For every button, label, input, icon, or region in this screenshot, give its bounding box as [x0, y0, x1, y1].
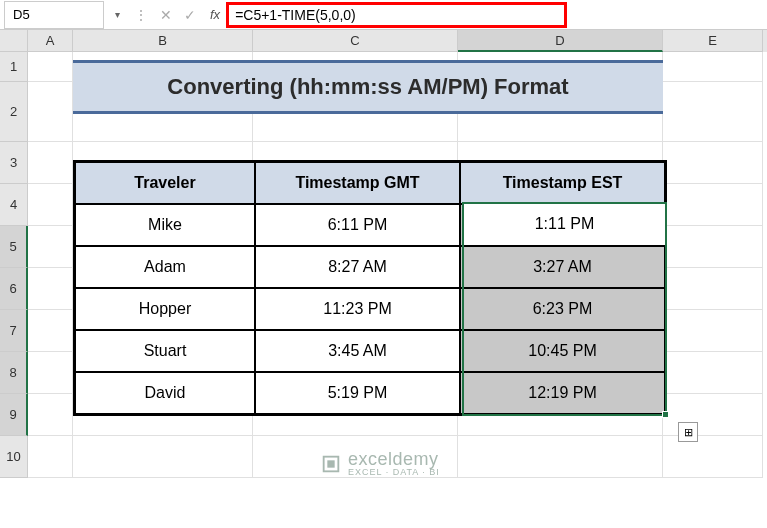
col-header-a[interactable]: A: [28, 30, 73, 52]
cell-est[interactable]: 12:19 PM: [460, 372, 665, 414]
cell-e7[interactable]: [663, 310, 763, 352]
cell-traveler[interactable]: Adam: [75, 246, 255, 288]
fx-icon[interactable]: fx: [204, 7, 226, 22]
row-header-7[interactable]: 7: [0, 310, 28, 352]
formula-bar: D5 ▾ ⋮ ✕ ✓ fx =C5+1-TIME(5,0,0): [0, 0, 767, 30]
cell-traveler[interactable]: Stuart: [75, 330, 255, 372]
cancel-icon[interactable]: ✕: [160, 7, 172, 23]
active-cell-value: 1:11 PM: [535, 215, 595, 233]
svg-rect-1: [327, 460, 334, 467]
ellipsis-icon[interactable]: ⋮: [134, 7, 148, 23]
cell-gmt[interactable]: 5:19 PM: [255, 372, 460, 414]
header-gmt[interactable]: Timestamp GMT: [255, 162, 460, 204]
col-header-d[interactable]: D: [458, 30, 663, 52]
cell-e3[interactable]: [663, 142, 763, 184]
cell-gmt[interactable]: 6:11 PM: [255, 204, 460, 246]
watermark: exceldemy EXCEL · DATA · BI: [320, 450, 440, 477]
cell-a2[interactable]: [28, 82, 73, 142]
name-box-dropdown-icon[interactable]: ▾: [108, 9, 126, 20]
cell-e2[interactable]: [663, 82, 763, 142]
row-header-10[interactable]: 10: [0, 436, 28, 478]
row-header-6[interactable]: 6: [0, 268, 28, 310]
col-header-b[interactable]: B: [73, 30, 253, 52]
cell-e10[interactable]: [663, 436, 763, 478]
cell-a4[interactable]: [28, 184, 73, 226]
select-all-corner[interactable]: [0, 30, 28, 52]
cell-est[interactable]: 10:45 PM: [460, 330, 665, 372]
row-header-2[interactable]: 2: [0, 82, 28, 142]
watermark-brand: exceldemy: [348, 450, 440, 468]
formula-tools: ⋮ ✕ ✓: [126, 7, 204, 23]
cell-b10[interactable]: [73, 436, 253, 478]
cell-gmt[interactable]: 8:27 AM: [255, 246, 460, 288]
cell-e4[interactable]: [663, 184, 763, 226]
table-row: Adam 8:27 AM 3:27 AM: [75, 246, 665, 288]
formula-text: =C5+1-TIME(5,0,0): [235, 7, 356, 23]
title-text: Converting (hh:mm:ss AM/PM) Format: [167, 74, 568, 100]
name-box[interactable]: D5: [4, 1, 104, 29]
cell-est[interactable]: 3:27 AM: [460, 246, 665, 288]
cell-e1[interactable]: [663, 52, 763, 82]
cell-a3[interactable]: [28, 142, 73, 184]
table-row: Hopper 11:23 PM 6:23 PM: [75, 288, 665, 330]
row-header-3[interactable]: 3: [0, 142, 28, 184]
watermark-tagline: EXCEL · DATA · BI: [348, 468, 440, 477]
spreadsheet-grid: A B C D E 1 2 3: [0, 30, 767, 478]
column-headers: A B C D E: [0, 30, 767, 52]
header-traveler[interactable]: Traveler: [75, 162, 255, 204]
cell-a7[interactable]: [28, 310, 73, 352]
autofill-options-icon[interactable]: ⊞: [678, 422, 698, 442]
cell-e5[interactable]: [663, 226, 763, 268]
cell-gmt[interactable]: 11:23 PM: [255, 288, 460, 330]
enter-icon[interactable]: ✓: [184, 7, 196, 23]
row-header-9[interactable]: 9: [0, 394, 28, 436]
row-header-5[interactable]: 5: [0, 226, 28, 268]
data-table: Traveler Timestamp GMT Timestamp EST Mik…: [73, 160, 667, 416]
active-cell-d5[interactable]: 1:11 PM: [462, 202, 667, 246]
col-header-c[interactable]: C: [253, 30, 458, 52]
cell-a10[interactable]: [28, 436, 73, 478]
table-row: Stuart 3:45 AM 10:45 PM: [75, 330, 665, 372]
cell-a5[interactable]: [28, 226, 73, 268]
cell-e8[interactable]: [663, 352, 763, 394]
cell-gmt[interactable]: 3:45 AM: [255, 330, 460, 372]
table-row: David 5:19 PM 12:19 PM: [75, 372, 665, 414]
row-header-1[interactable]: 1: [0, 52, 28, 82]
cell-a8[interactable]: [28, 352, 73, 394]
col-header-e[interactable]: E: [663, 30, 763, 52]
name-box-value: D5: [13, 7, 30, 22]
cell-a9[interactable]: [28, 394, 73, 436]
row-header-8[interactable]: 8: [0, 352, 28, 394]
formula-input[interactable]: =C5+1-TIME(5,0,0): [226, 2, 567, 28]
watermark-logo-icon: [320, 453, 342, 475]
table-header-row: Traveler Timestamp GMT Timestamp EST: [75, 162, 665, 204]
cell-a6[interactable]: [28, 268, 73, 310]
header-est[interactable]: Timestamp EST: [460, 162, 665, 204]
cell-e6[interactable]: [663, 268, 763, 310]
cell-d10[interactable]: [458, 436, 663, 478]
cell-a1[interactable]: [28, 52, 73, 82]
title-banner: Converting (hh:mm:ss AM/PM) Format: [73, 60, 663, 114]
cell-traveler[interactable]: David: [75, 372, 255, 414]
row-header-4[interactable]: 4: [0, 184, 28, 226]
cell-traveler[interactable]: Hopper: [75, 288, 255, 330]
cell-est[interactable]: 6:23 PM: [460, 288, 665, 330]
cell-traveler[interactable]: Mike: [75, 204, 255, 246]
